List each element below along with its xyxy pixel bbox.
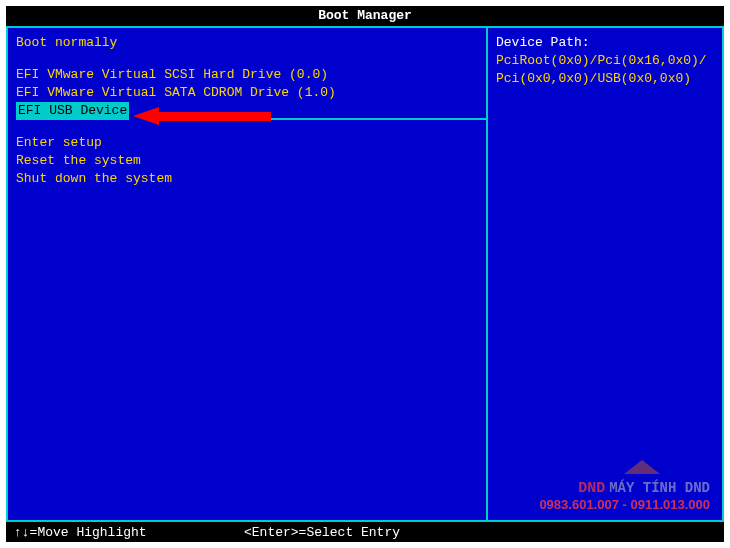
boot-menu-pane[interactable]: Boot normally EFI VMware Virtual SCSI Ha… (8, 28, 486, 520)
menu-group-devices: EFI VMware Virtual SCSI Hard Drive (0.0)… (16, 66, 478, 120)
menu-item-shutdown[interactable]: Shut down the system (16, 170, 478, 188)
screen: Boot Manager Boot normally EFI VMware Vi… (6, 6, 724, 542)
menu-item-reset[interactable]: Reset the system (16, 152, 478, 170)
info-pane: Device Path: PciRoot(0x0)/Pci(0x16,0x0)/… (486, 28, 722, 520)
menu-group-normal: Boot normally (16, 34, 478, 52)
menu-item-usb-device[interactable]: EFI USB Device (16, 102, 129, 120)
menu-item-scsi-drive[interactable]: EFI VMware Virtual SCSI Hard Drive (0.0) (16, 66, 478, 84)
menu-group-system: Enter setup Reset the system Shut down t… (16, 134, 478, 188)
status-bar: ↑↓=Move Highlight <Enter>=Select Entry (6, 522, 724, 542)
title-text: Boot Manager (318, 8, 412, 23)
device-path-label: Device Path: (496, 34, 714, 52)
status-hint-move: ↑↓=Move Highlight (14, 525, 244, 540)
content-area: Boot normally EFI VMware Virtual SCSI Ha… (6, 26, 724, 522)
status-hint-select: <Enter>=Select Entry (244, 525, 716, 540)
menu-item-enter-setup[interactable]: Enter setup (16, 134, 478, 152)
menu-item-sata-cdrom[interactable]: EFI VMware Virtual SATA CDROM Drive (1.0… (16, 84, 478, 102)
device-path-value: PciRoot(0x0)/Pci(0x16,0x0)/Pci(0x0,0x0)/… (496, 52, 714, 88)
title-bar: Boot Manager (6, 6, 724, 26)
menu-item-boot-normally[interactable]: Boot normally (16, 34, 478, 52)
divider-line (151, 118, 488, 120)
